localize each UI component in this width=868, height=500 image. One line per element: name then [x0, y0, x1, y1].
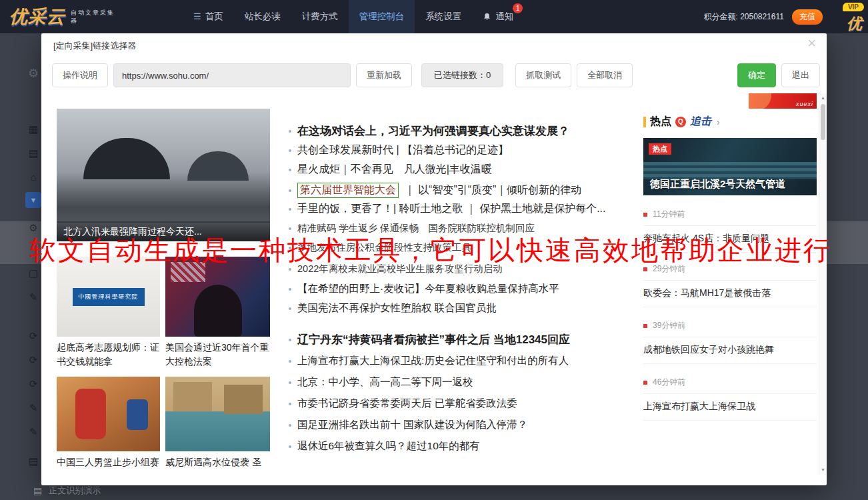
settings-gear-icon[interactable]: ⚙: [25, 65, 41, 81]
hot-topics-header[interactable]: 热点 Q 追击 ›: [643, 115, 720, 129]
report-icon[interactable]: ▦: [25, 121, 41, 137]
news-card[interactable]: 威尼斯遇高水位侵袭 圣: [165, 377, 270, 469]
dialog-toolbar: 操作说明 重新加载 已选链接数：0 抓取测试 全部取消 确定 退出: [52, 63, 820, 87]
nav-menu: ☰ 首页 站长必读 计费方式 管理控制台 系统设置 通知 1: [183, 0, 524, 33]
biden-image: [165, 257, 270, 337]
nav-must-read[interactable]: 站长必读: [234, 0, 291, 33]
grab-test-button[interactable]: 抓取测试: [515, 63, 571, 87]
hot-news-item[interactable]: 11分钟前 奔驰车起火 4S店：非质量问题: [643, 209, 817, 253]
news-headline[interactable]: 国足亚洲排名跌出前十 国家队建设为何陷入停滞？: [289, 418, 527, 432]
news-card[interactable]: 美国会通过近30年首个重大控枪法案: [165, 257, 270, 369]
news-headline[interactable]: 退休近6年被查算久吗？超过10年的都有: [289, 439, 480, 453]
news-headline[interactable]: 多地发布住房公积金阶段性支持政策工具: [289, 241, 471, 254]
news-card[interactable]: 中國管理科學研究院 起底高考志愿规划师：证书交钱就能拿: [57, 257, 160, 369]
sync-icon[interactable]: ⟳: [25, 328, 41, 344]
bullet-icon: [289, 268, 291, 271]
institute-sign: 中國管理科學研究院: [73, 288, 145, 306]
sidebar-item-demo[interactable]: ▤ 正文识别演示: [33, 485, 101, 497]
app-logo[interactable]: 优采云 自动文章采集器: [0, 5, 119, 29]
embedded-webpage: xuexi 北方入汛来最强降雨过程今天还... 中國管理科學研究院 起底高考志愿…: [52, 93, 827, 475]
hot-news-item[interactable]: 46分钟前 上海宣布打赢大上海保卫战: [643, 377, 817, 421]
gear-icon[interactable]: ⚙: [25, 220, 41, 236]
institute-image: 中國管理科學研究院: [57, 257, 160, 337]
hot-news-item[interactable]: 29分钟前 欧委会：马航MH17是被俄击落: [643, 263, 817, 307]
hot-news-item[interactable]: 39分钟前 成都地铁回应女子对小孩跳艳舞: [643, 320, 817, 364]
news-headline[interactable]: 星火成炬｜不舍再见 凡人微光|丰收温暖: [289, 163, 492, 177]
bullet-icon: [289, 381, 291, 384]
scrollbar-thumb[interactable]: [821, 104, 825, 140]
news-headline[interactable]: 共创全球发展新时代 | 【沿着总书记的足迹】: [289, 143, 509, 157]
scroll-up-icon[interactable]: ▲: [819, 93, 827, 103]
menu-icon: ☰: [193, 0, 201, 33]
featured-hot-story[interactable]: 热点 德国正重启北溪2号天然气管道: [643, 138, 817, 195]
pedestrians-silhouette: [57, 172, 270, 223]
nav-billing[interactable]: 计费方式: [291, 0, 349, 33]
featured-caption: 德国正重启北溪2号天然气管道: [650, 178, 785, 191]
hero-image[interactable]: 北方入汛来最强降雨过程今天还...: [57, 109, 270, 241]
selected-links-count: 已选链接数：0: [421, 63, 503, 87]
nav-system-settings[interactable]: 系统设置: [415, 0, 472, 33]
top-navbar: 优采云 自动文章采集器 ☰ 首页 站长必读 计费方式 管理控制台 系统设置 通知…: [0, 0, 868, 33]
vip-badge[interactable]: VIP: [843, 3, 864, 11]
credit-balance: 积分金额: 2050821611: [703, 11, 784, 23]
notification-badge: 1: [513, 3, 523, 13]
reload-button[interactable]: 重新加载: [356, 63, 412, 87]
list-icon[interactable]: ▤: [25, 145, 41, 161]
nav-admin-console[interactable]: 管理控制台: [349, 0, 415, 33]
bullet-icon: [289, 339, 291, 341]
mini-logo: 优: [847, 13, 862, 34]
news-headline[interactable]: 手里的饭，更香了！| 聆听土地之歌 ｜ 保护黑土地就是保护每个...: [289, 202, 606, 216]
url-input[interactable]: [113, 63, 351, 87]
bullet-icon: [289, 288, 291, 291]
basketball-image: [57, 377, 160, 451]
news-headline[interactable]: 精准赋码 学生返乡 保通保畅 国务院联防联控机制回应: [289, 222, 535, 235]
filter-icon[interactable]: ▼: [25, 192, 41, 208]
nav-notifications[interactable]: 通知 1: [472, 0, 524, 33]
scroll-down-icon[interactable]: ▼: [819, 465, 827, 475]
red-square-icon: [643, 324, 647, 328]
bullet-icon: [289, 247, 291, 249]
yellow-bar: [643, 117, 646, 127]
news-headline-selected[interactable]: 第六届世界智能大会｜ 以“智变”引“质变”｜倾听创新的律动: [289, 183, 581, 198]
demo-label: 正文识别演示: [49, 485, 101, 497]
news-card[interactable]: 中国三人男篮止步小组赛: [57, 377, 160, 469]
edit-icon[interactable]: ✎: [25, 289, 41, 305]
hero-caption: 北方入汛来最强降雨过程今天还...: [57, 221, 270, 241]
document-icon: ▤: [33, 485, 42, 496]
page-scrollbar[interactable]: ▲ ▼: [819, 93, 827, 475]
bullet-icon: [289, 189, 291, 192]
news-headline[interactable]: 美国宪法不再保护女性堕胎权 联合国官员批: [289, 301, 497, 315]
sync-icon[interactable]: ⟳: [25, 352, 41, 368]
bullet-icon: [289, 208, 291, 211]
bullet-icon: [289, 360, 291, 363]
cancel-all-button[interactable]: 全部取消: [577, 63, 633, 87]
confirm-button[interactable]: 确定: [737, 63, 776, 87]
news-headline[interactable]: 辽宁丹东“持黄码者看病被拦”事件之后 当地12345回应: [289, 332, 570, 347]
exit-button[interactable]: 退出: [781, 63, 820, 87]
bell-icon: [483, 13, 491, 21]
news-headline[interactable]: 上海宣布打赢大上海保卫战:历史会记住坚守和付出的所有人: [289, 354, 569, 368]
news-headline[interactable]: 2022年离校未就业高校毕业生服务攻坚行动启动: [289, 263, 503, 275]
news-headline[interactable]: 市委书记跻身省委常委两天后 已掌舵省委政法委: [289, 397, 517, 411]
hot-swirl-icon: Q: [675, 117, 686, 127]
home-icon[interactable]: ⌂: [25, 169, 41, 185]
edit-icon[interactable]: ✎: [25, 400, 41, 416]
news-headline[interactable]: 在这场对话会上，习近平为何强调要真心实意谋发展？: [289, 123, 569, 139]
news-headline[interactable]: 【在希望的田野上·麦收记】今年夏粮收购总量保持高水平: [289, 282, 559, 296]
print-icon[interactable]: ▤: [25, 453, 41, 469]
bullet-icon: [289, 169, 291, 171]
close-icon[interactable]: ×: [807, 36, 816, 51]
edit-icon[interactable]: ✎: [25, 424, 41, 440]
red-square-icon: [643, 213, 647, 217]
sync-icon[interactable]: ⟳: [25, 376, 41, 392]
bullet-icon: [289, 403, 291, 405]
nav-home[interactable]: ☰ 首页: [183, 0, 234, 33]
bullet-icon: [289, 445, 291, 448]
bullet-icon: [289, 227, 291, 230]
recharge-button[interactable]: 充值: [792, 9, 823, 25]
selected-link-box: 第六届世界智能大会: [297, 183, 399, 198]
help-button[interactable]: 操作说明: [52, 63, 108, 87]
red-square-icon: [643, 267, 647, 271]
panel-icon[interactable]: ▢: [25, 265, 41, 281]
news-headline[interactable]: 北京：中小学、高一高二等下周一返校: [289, 375, 473, 389]
